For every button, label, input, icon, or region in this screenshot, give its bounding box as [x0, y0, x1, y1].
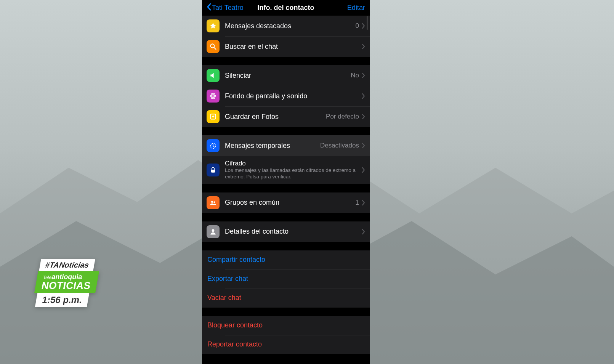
svg-point-3 [212, 95, 213, 96]
row-search-chat[interactable]: Buscar en el chat [202, 36, 370, 57]
mute-label: Silenciar [225, 72, 351, 80]
chevron-right-icon [362, 23, 365, 29]
phone-screen: Tati Teatro Info. del contacto Editar Me… [202, 0, 370, 364]
mute-value: No [351, 72, 359, 79]
back-label: Tati Teatro [212, 4, 244, 12]
search-label: Buscar en el chat [225, 43, 362, 51]
chevron-left-icon [207, 3, 211, 13]
chevron-right-icon [362, 167, 365, 173]
clear-chat-button[interactable]: Vaciar chat [202, 289, 370, 308]
row-encryption[interactable]: Cifrado Los mensajes y las llamadas está… [202, 156, 370, 184]
group-settings: Silenciar No Fondo de pantalla y sonido … [202, 65, 370, 127]
svg-point-12 [212, 229, 215, 232]
back-button[interactable]: Tati Teatro [207, 3, 244, 13]
row-mute[interactable]: Silenciar No [202, 65, 370, 86]
disappearing-label: Mensajes temporales [225, 142, 320, 150]
search-icon [207, 40, 220, 53]
lock-icon [207, 164, 220, 176]
timer-icon [207, 139, 220, 152]
svg-rect-9 [211, 170, 215, 173]
chevron-right-icon [362, 114, 365, 119]
svg-point-11 [213, 201, 215, 203]
row-contact-details[interactable]: Detalles del contacto [202, 221, 370, 242]
page-title: Info. del contacto [257, 4, 314, 12]
group-actions-chat: Compartir contacto Exportar chat Vaciar … [202, 250, 370, 308]
people-icon [207, 196, 220, 209]
chevron-right-icon [362, 44, 365, 49]
chevron-right-icon [362, 143, 365, 148]
nav-header: Tati Teatro Info. del contacto Editar [202, 0, 370, 18]
share-contact-button[interactable]: Compartir contacto [202, 250, 370, 269]
star-icon [207, 19, 220, 32]
report-contact-button[interactable]: Reportar contacto [202, 335, 370, 354]
svg-point-10 [211, 201, 213, 203]
wallpaper-icon [207, 90, 220, 103]
groups-label: Grupos en común [225, 199, 356, 207]
news-hashtag: #TANoticias [39, 259, 95, 271]
row-disappearing-messages[interactable]: Mensajes temporales Desactivados [202, 135, 370, 156]
group-common-groups: Grupos en común 1 [202, 192, 370, 213]
details-label: Detalles del contacto [225, 228, 362, 236]
wallpaper-label: Fondo de pantalla y sonido [225, 92, 362, 100]
starred-label: Mensajes destacados [225, 22, 356, 30]
row-save-photos[interactable]: Guardar en Fotos Por defecto [202, 106, 370, 127]
save-label: Guardar en Fotos [225, 113, 326, 121]
download-icon [207, 110, 220, 123]
group-privacy: Mensajes temporales Desactivados Cifrado… [202, 135, 370, 184]
row-starred-messages[interactable]: Mensajes destacados 0 [202, 16, 370, 36]
edit-button[interactable]: Editar [347, 4, 365, 12]
disappearing-value: Desactivados [320, 142, 359, 149]
news-badge: #TANoticias Teleantioquia NOTICIAS 1:56 … [36, 259, 97, 307]
speaker-icon [207, 69, 220, 82]
encryption-label: Cifrado [225, 160, 362, 167]
chevron-right-icon [362, 73, 365, 78]
news-noticias: NOTICIAS [41, 281, 91, 291]
svg-line-2 [214, 48, 216, 50]
groups-value: 1 [356, 199, 359, 207]
person-icon [207, 225, 220, 238]
group-actions-danger: Bloquear contacto Reportar contacto [202, 316, 370, 354]
block-contact-button[interactable]: Bloquear contacto [202, 316, 370, 335]
row-groups-common[interactable]: Grupos en común 1 [202, 192, 370, 213]
row-wallpaper-sound[interactable]: Fondo de pantalla y sonido [202, 86, 370, 106]
chevron-right-icon [362, 229, 365, 234]
news-time: 1:56 p.m. [35, 293, 89, 307]
group-chat: Mensajes destacados 0 Buscar en el chat [202, 16, 370, 57]
group-contact-details: Detalles del contacto [202, 221, 370, 242]
save-value: Por defecto [326, 113, 359, 120]
chevron-right-icon [362, 200, 365, 205]
chevron-right-icon [362, 93, 365, 99]
starred-value: 0 [356, 22, 359, 30]
export-chat-button[interactable]: Exportar chat [202, 269, 370, 289]
encryption-sub: Los mensajes y las llamadas están cifrad… [225, 167, 362, 180]
